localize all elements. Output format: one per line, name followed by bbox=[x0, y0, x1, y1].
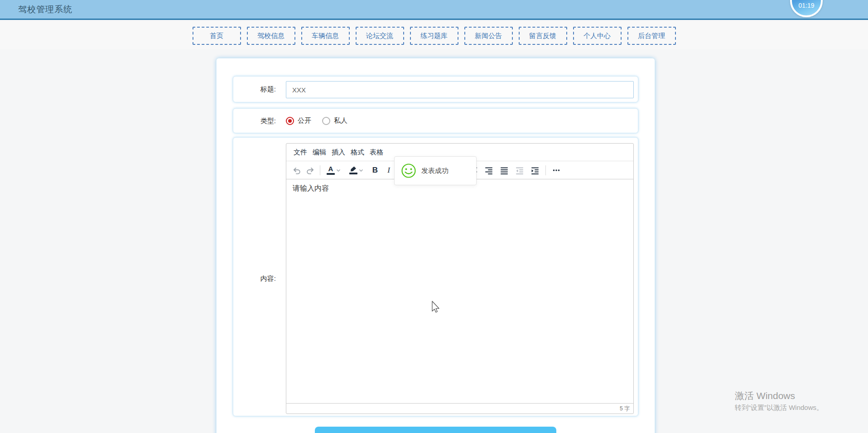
editor-content-text: 请输入内容 bbox=[293, 184, 329, 192]
clock-time: 01:19 bbox=[792, 2, 821, 9]
radio-unselected-icon[interactable] bbox=[322, 117, 330, 125]
nav-item-vehicle-info[interactable]: 车辆信息 bbox=[301, 27, 350, 45]
type-radio-group: 公开 私人 bbox=[286, 109, 347, 133]
radio-public-label: 公开 bbox=[298, 116, 311, 125]
align-right-icon[interactable] bbox=[481, 164, 497, 177]
toolbar-divider bbox=[320, 165, 320, 175]
nav-item-practice-bank[interactable]: 练习题库 bbox=[410, 27, 458, 45]
word-count: 5 字 bbox=[620, 405, 630, 413]
toast-message: 发表成功 bbox=[421, 167, 448, 175]
menu-table[interactable]: 表格 bbox=[367, 148, 386, 157]
nav-item-admin[interactable]: 后台管理 bbox=[627, 27, 676, 45]
watermark-line2: 转到“设置”以激活 Windows。 bbox=[735, 404, 823, 412]
menu-file[interactable]: 文件 bbox=[291, 148, 310, 157]
submit-button[interactable] bbox=[315, 427, 556, 433]
italic-icon[interactable]: I bbox=[382, 164, 395, 177]
text-color-icon: A bbox=[327, 166, 335, 175]
radio-private-label: 私人 bbox=[334, 116, 347, 125]
toolbar-divider bbox=[545, 165, 546, 175]
title-row: 标题: bbox=[233, 76, 638, 102]
title-label: 标题: bbox=[233, 85, 276, 94]
radio-option-public[interactable]: 公开 bbox=[286, 116, 311, 125]
nav-item-news[interactable]: 新闻公告 bbox=[464, 27, 513, 45]
menu-edit[interactable]: 编辑 bbox=[310, 148, 329, 157]
main-nav: 首页 驾校信息 车辆信息 论坛交流 练习题库 新闻公告 留言反馈 个人中心 后台… bbox=[0, 21, 868, 49]
nav-item-forum[interactable]: 论坛交流 bbox=[356, 27, 404, 45]
chevron-down-icon bbox=[357, 167, 365, 174]
radio-selected-icon[interactable] bbox=[286, 117, 294, 125]
editor-content-area[interactable]: 请输入内容 bbox=[286, 179, 633, 403]
background-color-button[interactable] bbox=[346, 166, 368, 174]
watermark-line1: 激活 Windows bbox=[735, 390, 823, 402]
editor-statusbar: 5 字 bbox=[286, 403, 633, 414]
align-justify-icon[interactable] bbox=[497, 164, 512, 177]
post-form-panel: 标题: 类型: 公开 私人 内容: 文件 编辑 bbox=[216, 58, 655, 433]
app-title: 驾校管理系统 bbox=[18, 0, 72, 19]
nav-item-school-info[interactable]: 驾校信息 bbox=[247, 27, 295, 45]
app-header: 驾校管理系统 01:19 bbox=[0, 0, 868, 20]
more-options-icon[interactable] bbox=[549, 164, 564, 177]
redo-icon[interactable] bbox=[304, 164, 317, 177]
nav-item-home[interactable]: 首页 bbox=[193, 27, 241, 45]
content-label: 内容: bbox=[233, 274, 276, 283]
outdent-icon[interactable] bbox=[512, 164, 527, 177]
windows-activation-watermark: 激活 Windows 转到“设置”以激活 Windows。 bbox=[735, 390, 823, 412]
mouse-cursor bbox=[430, 300, 440, 314]
type-row: 类型: 公开 私人 bbox=[233, 108, 638, 133]
menu-format[interactable]: 格式 bbox=[348, 148, 367, 157]
success-toast: 发表成功 bbox=[394, 156, 477, 185]
nav-item-feedback[interactable]: 留言反馈 bbox=[519, 27, 567, 45]
page: 驾校管理系统 01:19 首页 驾校信息 车辆信息 论坛交流 练习题库 新闻公告… bbox=[0, 0, 868, 433]
radio-option-private[interactable]: 私人 bbox=[322, 116, 347, 125]
indent-icon[interactable] bbox=[527, 164, 543, 177]
clock-widget: 01:19 bbox=[790, 0, 823, 17]
undo-icon[interactable] bbox=[290, 164, 304, 177]
smiley-success-icon bbox=[400, 163, 417, 179]
chevron-down-icon bbox=[335, 167, 342, 174]
nav-item-personal-center[interactable]: 个人中心 bbox=[573, 27, 622, 45]
text-color-button[interactable]: A bbox=[323, 166, 346, 175]
background-color-icon bbox=[349, 166, 357, 174]
type-label: 类型: bbox=[233, 116, 276, 125]
title-input[interactable] bbox=[286, 81, 634, 98]
menu-insert[interactable]: 插入 bbox=[329, 148, 348, 157]
bold-icon[interactable]: B bbox=[368, 164, 382, 177]
